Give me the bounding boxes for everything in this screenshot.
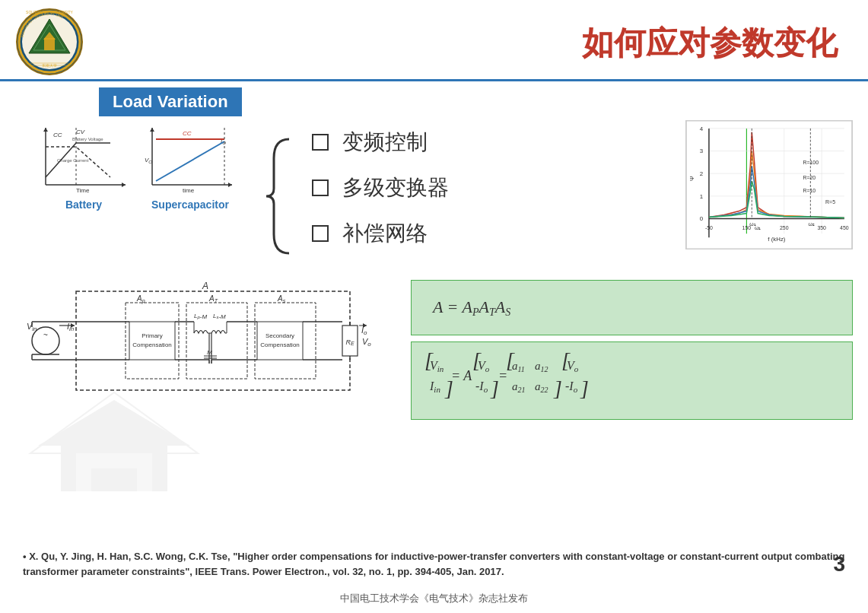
svg-text:VO: VO <box>145 157 152 164</box>
svg-text:A: A <box>202 281 208 291</box>
svg-text:Iin: Iin <box>67 322 75 332</box>
svg-text:a22: a22 <box>535 380 548 394</box>
top-section: CC CV Battery Voltage Charge Current <box>15 120 853 272</box>
bullet-item-3: 补偿网络 <box>312 219 663 248</box>
circuit-diagram: A Ap AT As ~ Vin Iin <box>15 280 380 402</box>
title-area: 如何应对参数变化 <box>99 22 853 65</box>
svg-text:Ls-M: Ls-M <box>213 313 226 320</box>
supercapacitor-chart: CC VO IO time <box>141 120 240 196</box>
svg-text:CC: CC <box>183 130 192 137</box>
formula-area: A = APATAS [ Vin Iin ] = A [ Vo -I <box>396 280 853 420</box>
supercapacitor-diagram: CC VO IO time Supercapacit <box>141 120 240 211</box>
checkbox-1 <box>312 134 329 151</box>
svg-text:450: 450 <box>840 225 849 230</box>
svg-text:Battery Voltage: Battery Voltage <box>72 137 103 141</box>
checkbox-3 <box>312 225 329 242</box>
bullet-text-2: 多级变换器 <box>342 173 449 202</box>
temple-watermark <box>0 385 228 537</box>
svg-text:CV: CV <box>76 129 85 135</box>
svg-text:Vin: Vin <box>430 359 444 373</box>
supercapacitor-label: Supercapacitor <box>151 199 229 211</box>
battery-diagram: CC CV Battery Voltage Charge Current <box>34 120 133 211</box>
svg-marker-15 <box>43 128 48 132</box>
reference-content: X. Qu, Y. Jing, H. Han, S.C. Wong, C.K. … <box>23 551 844 577</box>
svg-text:1: 1 <box>700 193 703 200</box>
svg-text:-50: -50 <box>705 225 713 230</box>
svg-text:A = APATAS: A = APATAS <box>431 297 510 318</box>
svg-text:R=20: R=20 <box>803 175 816 180</box>
reference-area: • X. Qu, Y. Jing, H. Han, S.C. Wong, C.K… <box>0 549 868 579</box>
reference-bullet: • <box>23 551 29 562</box>
svg-text:2: 2 <box>700 170 703 177</box>
svg-rect-5 <box>44 38 55 50</box>
svg-text:R=100: R=100 <box>803 160 819 165</box>
svg-text:R=10: R=10 <box>803 188 816 193</box>
frequency-chart: 4 3 2 1 0 Ψ -50 150 ω₁ 250 350 450 f (kH… <box>685 120 853 249</box>
svg-text:Vo: Vo <box>362 337 371 348</box>
university-logo: SOUTHEAST UNIVERSITY SOUTHEAST UNIVERSIT… <box>15 8 84 76</box>
svg-text:Compensation: Compensation <box>260 341 300 348</box>
reference-text: • X. Qu, Y. Jing, H. Han, S.C. Wong, C.K… <box>23 549 845 579</box>
bullet-text-3: 补偿网络 <box>342 219 428 248</box>
svg-text:= A: = A <box>451 368 472 383</box>
svg-text:]: ] <box>580 376 589 400</box>
svg-text:350: 350 <box>817 225 826 230</box>
battery-label: Battery <box>65 199 102 211</box>
svg-marker-146 <box>38 400 190 446</box>
diagrams-area: CC CV Battery Voltage Charge Current <box>15 120 259 211</box>
bullet-text-1: 变频控制 <box>342 128 428 157</box>
bullet-item-2: 多级变换器 <box>312 173 663 202</box>
bullet-list: 变频控制 多级变换器 补偿网络 <box>297 120 678 272</box>
svg-marker-24 <box>228 183 232 187</box>
svg-marker-14 <box>122 183 126 187</box>
svg-text:-Io: -Io <box>475 380 488 394</box>
svg-text:a11: a11 <box>512 360 525 373</box>
svg-text:]: ] <box>553 376 562 400</box>
bullet-section: 变频控制 多级变换器 补偿网络 <box>266 120 678 272</box>
chart-area: 4 3 2 1 0 Ψ -50 150 ω₁ 250 350 450 f (kH… <box>685 120 853 253</box>
svg-text:ω₂: ω₂ <box>808 221 814 227</box>
svg-text:a21: a21 <box>512 380 526 394</box>
header: SOUTHEAST UNIVERSITY SOUTHEAST UNIVERSIT… <box>0 0 868 81</box>
svg-text:Secondary: Secondary <box>265 332 294 339</box>
page-number: 3 <box>833 552 845 576</box>
svg-text:Ψ: Ψ <box>688 176 695 181</box>
svg-text:3: 3 <box>700 148 704 154</box>
svg-text:4: 4 <box>700 125 704 132</box>
svg-text:Time: Time <box>76 187 90 194</box>
svg-text:AT: AT <box>208 294 218 303</box>
svg-text:ω₁: ω₁ <box>749 221 755 227</box>
svg-text:time: time <box>183 187 195 194</box>
svg-text:Vo: Vo <box>567 359 579 373</box>
formula-box-1: A = APATAS <box>411 280 853 335</box>
load-variation-badge: Load Variation <box>99 87 242 116</box>
svg-text:a12: a12 <box>535 360 548 373</box>
svg-text:Primary: Primary <box>141 332 163 339</box>
svg-text:Compensation: Compensation <box>132 341 172 348</box>
battery-chart: CC CV Battery Voltage Charge Current <box>34 120 133 196</box>
svg-text:Io: Io <box>361 326 367 336</box>
diagrams-row: CC CV Battery Voltage Charge Current <box>34 120 240 211</box>
svg-text:Vo: Vo <box>478 359 490 373</box>
svg-text:Lp-M: Lp-M <box>194 313 207 320</box>
svg-text:~: ~ <box>43 331 48 339</box>
svg-rect-110 <box>257 322 303 360</box>
logo-area: SOUTHEAST UNIVERSITY SOUTHEAST UNIVERSIT… <box>15 8 99 79</box>
svg-text:CC: CC <box>53 132 62 138</box>
svg-marker-123 <box>363 323 367 328</box>
svg-rect-66 <box>76 291 350 390</box>
svg-text:f (kHz): f (kHz) <box>768 236 786 243</box>
svg-text:Iin: Iin <box>429 380 440 394</box>
footer-text: 中国电工技术学会《电气技术》杂志社发布 <box>0 592 868 605</box>
matrix-svg: [ Vin Iin ] = A [ Vo -Io ] = [ a11 <box>421 348 695 409</box>
checkbox-2 <box>312 179 329 196</box>
page-title: 如何应对参数变化 <box>99 22 838 65</box>
bullet-item-1: 变频控制 <box>312 128 663 157</box>
svg-rect-85 <box>129 322 175 360</box>
load-variation-section: Load Variation <box>0 87 868 120</box>
svg-text:0: 0 <box>700 215 704 222</box>
svg-text:As: As <box>277 294 286 303</box>
formula-box-2: [ Vin Iin ] = A [ Vo -Io ] = [ a11 <box>411 341 853 420</box>
svg-text:250: 250 <box>780 225 789 230</box>
main-content: CC CV Battery Voltage Charge Current <box>0 120 868 420</box>
